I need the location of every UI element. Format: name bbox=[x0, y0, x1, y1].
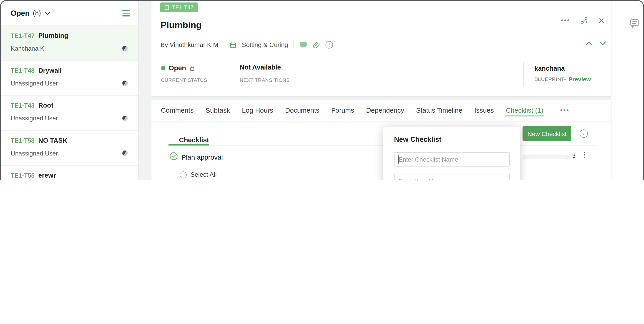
dialog-title: New Checklist bbox=[394, 136, 442, 144]
sidebar-main-gutter bbox=[139, 1, 152, 180]
ticket-detail-body: Comments Subtask Log Hours Documents For… bbox=[152, 100, 611, 180]
chevron-down-icon[interactable] bbox=[44, 12, 50, 15]
ticket-title: Roof bbox=[38, 102, 53, 109]
ticket-list-sidebar: Open (8) TE1-T47 Plumbing Kanchana K TE1… bbox=[1, 1, 139, 180]
info-glyph: i bbox=[583, 131, 584, 137]
ticket-id: TE1-T47 bbox=[11, 32, 34, 39]
checklist-group-menu-icon[interactable]: ⋮ bbox=[581, 150, 588, 159]
active-subtab-underline bbox=[168, 144, 209, 145]
current-status-label: CURRENT STATUS bbox=[161, 77, 208, 83]
divider bbox=[294, 42, 294, 48]
blueprint-row: BLUEPRINT- Preview bbox=[534, 76, 591, 83]
more-actions-icon[interactable]: ••• bbox=[561, 17, 570, 24]
priority-icon bbox=[122, 150, 128, 156]
ticket-list-item[interactable]: TE1-T48 Drywall Unassigned User bbox=[1, 61, 138, 96]
checklist-info-icon[interactable]: i bbox=[580, 129, 588, 138]
status-value[interactable]: Open bbox=[169, 64, 186, 72]
filter-title[interactable]: Open bbox=[11, 9, 30, 18]
tabs-more-icon[interactable]: ••• bbox=[560, 107, 570, 114]
feedback-bubble-icon[interactable] bbox=[629, 18, 640, 30]
ticket-title: Plumbing bbox=[38, 32, 68, 40]
checklist-progress-bar bbox=[522, 154, 568, 159]
current-status-row: Open bbox=[161, 64, 195, 72]
lock-icon bbox=[190, 65, 195, 71]
ticket-assignee: Unassigned User bbox=[11, 80, 58, 87]
divider bbox=[523, 62, 524, 87]
next-transitions-value: Not Available bbox=[240, 64, 281, 71]
ticket-byline: By Vinothkumar K M Setting & Curing i bbox=[160, 40, 333, 50]
tab-issues[interactable]: Issues bbox=[474, 100, 494, 121]
header-actions: ••• ✕ bbox=[561, 17, 604, 25]
tab-comments[interactable]: Comments bbox=[161, 100, 194, 121]
checklist-item-count: 3 bbox=[572, 152, 576, 159]
ticket-assignee: Unassigned User bbox=[11, 149, 58, 157]
priority-icon bbox=[122, 80, 128, 86]
checklist-group-expanded-icon[interactable] bbox=[170, 152, 178, 160]
checklist-subtab[interactable]: Checklist bbox=[179, 136, 209, 144]
ticket-list-item[interactable]: TE1-T43 Roof Unassigned User bbox=[1, 96, 138, 131]
blueprint-preview-link[interactable]: Preview bbox=[568, 76, 591, 83]
next-transitions-label: NEXT TRANSITIONS bbox=[240, 77, 290, 83]
priority-icon bbox=[122, 116, 128, 121]
ticket-id: TE1-T53 bbox=[11, 137, 34, 144]
tab-checklist[interactable]: Checklist (1) bbox=[506, 100, 544, 121]
ticket-list-item[interactable]: TE1-T53 NO TASK Unassigned User bbox=[1, 131, 138, 166]
tab-subtask[interactable]: Subtask bbox=[206, 100, 230, 121]
ticket-title: NO TASK bbox=[38, 137, 68, 144]
ticket-id: TE1-T43 bbox=[11, 102, 34, 109]
ticket-title: Drywall bbox=[38, 67, 62, 74]
app-window: Open (8) TE1-T47 Plumbing Kanchana K TE1… bbox=[0, 0, 644, 180]
ticket-list-item[interactable]: TE1-T55 erewr Unassigned User bbox=[1, 166, 138, 180]
next-ticket-icon[interactable] bbox=[600, 41, 606, 46]
tab-documents[interactable]: Documents bbox=[285, 100, 319, 121]
ticket-assignee: Unassigned User bbox=[11, 115, 58, 122]
tab-status-timeline[interactable]: Status Timeline bbox=[416, 100, 462, 121]
blueprint-owner: kanchana bbox=[534, 65, 565, 72]
attachment-icon[interactable] bbox=[313, 41, 320, 48]
scaled-stage: Open (8) TE1-T47 Plumbing Kanchana K TE1… bbox=[0, 0, 644, 180]
filter-count: (8) bbox=[33, 9, 41, 17]
info-icon[interactable]: i bbox=[326, 41, 333, 48]
checklist-group-title[interactable]: Plan approval bbox=[182, 153, 223, 161]
tab-log-hours[interactable]: Log Hours bbox=[242, 100, 273, 121]
ticket-detail-header: TE1-T47 Plumbing By Vinothkumar K M Sett… bbox=[152, 1, 611, 96]
sidebar-header: Open (8) bbox=[1, 1, 138, 26]
share-icon[interactable] bbox=[580, 17, 588, 25]
new-checklist-button[interactable]: New Checklist bbox=[522, 126, 572, 141]
ticket-list-item[interactable]: TE1-T47 Plumbing Kanchana K bbox=[1, 26, 138, 61]
detail-tabs: Comments Subtask Log Hours Documents For… bbox=[152, 100, 611, 121]
list-menu-icon[interactable] bbox=[122, 10, 130, 16]
info-glyph: i bbox=[328, 42, 330, 47]
ticket-phase: Setting & Curing bbox=[242, 41, 288, 48]
ticket-assignee: Kanchana K bbox=[11, 45, 44, 52]
checkbox-circle-icon[interactable] bbox=[180, 172, 187, 179]
close-icon[interactable]: ✕ bbox=[598, 17, 604, 24]
checklist-item-label[interactable]: Select All bbox=[190, 171, 217, 178]
calendar-icon bbox=[230, 41, 236, 48]
ticket-title: erewr bbox=[38, 172, 56, 179]
ticket-id-chip: TE1-T47 bbox=[160, 3, 198, 12]
item-name-input[interactable] bbox=[394, 174, 510, 180]
ticket-title-heading: Plumbing bbox=[160, 20, 202, 31]
ticket-id-chip-label: TE1-T47 bbox=[172, 4, 194, 11]
ticket-author: By Vinothkumar K M bbox=[160, 41, 218, 48]
divider bbox=[224, 42, 224, 48]
previous-ticket-icon[interactable] bbox=[585, 41, 592, 46]
tab-forums[interactable]: Forums bbox=[331, 100, 354, 121]
clipboard-icon bbox=[164, 5, 169, 10]
text-cursor bbox=[398, 155, 398, 164]
ticket-id: TE1-T55 bbox=[11, 172, 34, 179]
divider bbox=[168, 145, 595, 146]
new-checklist-dialog: New Checklist Add More Items Cancel bbox=[383, 126, 520, 180]
tab-dependency[interactable]: Dependency bbox=[366, 100, 404, 121]
checklist-name-input[interactable] bbox=[394, 152, 510, 167]
ticket-nav bbox=[585, 41, 606, 46]
ticket-id: TE1-T48 bbox=[11, 67, 34, 74]
priority-icon bbox=[122, 46, 128, 51]
section-gap bbox=[152, 96, 611, 100]
blueprint-label: BLUEPRINT- bbox=[534, 76, 566, 82]
comments-bubble-icon[interactable] bbox=[299, 41, 307, 49]
status-dot-icon bbox=[161, 66, 166, 70]
